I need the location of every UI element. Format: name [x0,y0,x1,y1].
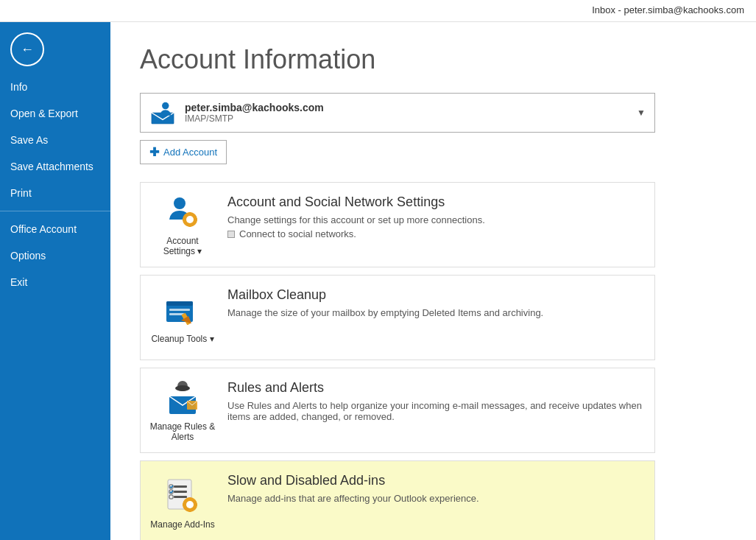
sidebar: ← Info Open & Export Save As Save Attach… [0,22,110,540]
main-layout: ← Info Open & Export Save As Save Attach… [0,22,756,540]
svg-rect-31 [183,503,186,506]
cleanup-tools-button[interactable]: Cleanup Tools ▾ [149,284,216,351]
manage-rules-icon [163,379,202,417]
rules-alerts-card: Manage Rules & Alerts Rules and Alerts U… [140,368,655,453]
sidebar-item-info[interactable]: Info [0,74,110,100]
back-button[interactable]: ← [10,32,44,66]
rules-alerts-desc: Use Rules and Alerts to help organize yo… [227,400,646,422]
add-account-button[interactable]: ✚ Add Account [140,140,227,164]
svg-rect-7 [188,224,191,227]
account-icon [149,99,176,126]
sidebar-divider [0,211,110,211]
account-settings-link[interactable]: Connect to social networks. [227,228,646,239]
svg-rect-11 [166,301,193,306]
main-content: Account Information peter.simba@ka [110,22,756,540]
account-email: peter.simba@kachooks.com [185,102,637,113]
account-settings-title: Account and Social Network Settings [227,194,646,210]
svg-rect-29 [188,497,191,500]
manage-rules-label: Manage Rules & Alerts [149,421,216,442]
sidebar-item-exit[interactable]: Exit [0,269,110,295]
addins-title: Slow and Disabled Add-ins [227,473,646,488]
svg-rect-32 [194,503,197,506]
account-settings-text: Account and Social Network Settings Chan… [227,192,646,239]
svg-point-28 [186,501,194,508]
svg-point-3 [174,197,186,209]
svg-point-1 [162,102,169,109]
rules-alerts-title: Rules and Alerts [227,380,646,396]
svg-point-5 [186,216,194,223]
addins-desc: Manage add-ins that are affecting your O… [227,493,646,504]
add-account-label: Add Account [163,147,217,158]
cleanup-tools-desc: Manage the size of your mailbox by empty… [227,307,646,318]
cleanup-tools-card: Cleanup Tools ▾ Mailbox Cleanup Manage t… [140,275,655,360]
manage-addins-label: Manage Add-Ins [150,519,214,530]
addins-text: Slow and Disabled Add-ins Manage add-ins… [227,470,646,507]
cleanup-tools-title: Mailbox Cleanup [227,287,646,303]
svg-point-17 [175,385,190,391]
account-settings-label: Account Settings ▾ [149,236,216,256]
svg-rect-12 [169,309,190,311]
top-bar: Inbox - peter.simba@kachooks.com [0,0,756,22]
svg-rect-23 [174,496,187,498]
manage-addins-icon [163,477,202,515]
sidebar-item-options[interactable]: Options [0,242,110,269]
inbox-label: Inbox - peter.simba@kachooks.com [592,4,744,15]
cleanup-tools-text: Mailbox Cleanup Manage the size of your … [227,284,646,321]
manage-rules-button[interactable]: Manage Rules & Alerts [149,377,216,443]
page-title: Account Information [140,44,727,75]
sidebar-item-save-attachments[interactable]: Save Attachments [0,153,110,180]
svg-rect-6 [188,212,191,215]
svg-rect-9 [194,218,197,221]
account-type: IMAP/SMTP [185,113,637,124]
addins-card: Manage Add-Ins Slow and Disabled Add-ins… [140,460,655,540]
svg-rect-22 [174,491,187,493]
account-settings-card: Account Settings ▾ Account and Social Ne… [140,182,655,267]
rules-alerts-text: Rules and Alerts Use Rules and Alerts to… [227,377,646,425]
sidebar-item-save-as[interactable]: Save As [0,127,110,153]
account-settings-button[interactable]: Account Settings ▾ [149,192,216,258]
svg-rect-21 [174,485,187,488]
svg-rect-30 [188,509,191,512]
add-icon: ✚ [149,145,159,159]
sidebar-item-print[interactable]: Print [0,180,110,206]
account-settings-desc: Change settings for this account or set … [227,214,646,225]
manage-addins-button[interactable]: Manage Add-Ins [149,470,216,536]
account-settings-icon [163,193,202,231]
svg-rect-8 [183,218,186,221]
link-square-icon [227,231,235,238]
cleanup-tools-icon [163,291,202,329]
cleanup-tools-label: Cleanup Tools ▾ [151,334,213,344]
dropdown-arrow-icon: ▼ [637,108,646,118]
account-info: peter.simba@kachooks.com IMAP/SMTP [185,102,637,124]
sidebar-item-office-account[interactable]: Office Account [0,216,110,242]
sidebar-item-open-export[interactable]: Open & Export [0,100,110,127]
account-dropdown[interactable]: peter.simba@kachooks.com IMAP/SMTP ▼ [140,93,655,133]
